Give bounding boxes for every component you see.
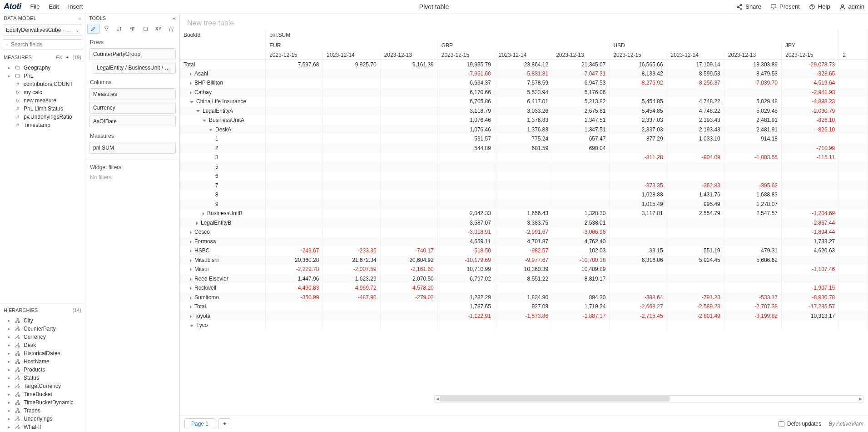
date-hdr[interactable]: 2023-12-14 [667,50,724,60]
cell[interactable]: 20,604.92 [380,256,437,265]
cell[interactable]: 2,675.81 [552,106,610,116]
cell[interactable]: 2,042.33 [437,209,495,218]
cell[interactable]: 877.29 [610,134,667,144]
cell[interactable] [724,88,781,97]
tool-sort[interactable] [113,24,126,34]
row-header[interactable]: 8 [180,190,266,200]
row-header[interactable]: Asahi [180,69,266,79]
cell[interactable] [266,171,323,181]
cell[interactable]: 1,834.90 [495,293,552,302]
row-header[interactable]: Tyco [180,321,266,330]
tool-xy[interactable]: XY [152,24,165,34]
row-header[interactable]: BusinessUnitB [180,209,266,218]
cell[interactable] [724,237,781,246]
cell[interactable] [495,153,552,162]
cell[interactable] [724,218,781,228]
cell[interactable] [552,283,610,293]
cell[interactable] [610,237,667,246]
cell[interactable] [323,171,380,181]
cell[interactable] [380,69,437,79]
menu-insert[interactable]: Insert [68,3,83,10]
cell[interactable]: 894.30 [552,293,610,302]
cell[interactable]: 1,376.83 [495,125,552,135]
defer-updates[interactable]: Defer updates [779,421,821,427]
row-header[interactable]: HSBC [180,246,266,256]
cell[interactable] [266,311,323,321]
cell[interactable]: -2,991.67 [495,227,552,237]
cell[interactable] [380,321,437,330]
cell[interactable]: -4,490.83 [266,283,323,293]
cube-selector[interactable]: EquityDerivativesCube - Ranch S... ⌄ [3,25,82,35]
cell[interactable]: 927.09 [495,302,552,311]
cell[interactable] [323,116,380,125]
row-header[interactable]: Reed Elsevier [180,274,266,284]
cell[interactable]: -2,030.79 [781,106,838,116]
cell[interactable] [610,88,667,97]
cell[interactable]: -2,867.44 [781,218,838,228]
cell[interactable] [610,162,667,172]
cell[interactable]: -1,907.15 [781,283,838,293]
currency-hdr[interactable]: EUR [266,41,438,50]
fx-btn[interactable]: fx [56,55,62,60]
cell[interactable] [323,69,380,79]
cell[interactable] [323,321,380,330]
cell[interactable] [323,181,380,191]
cell[interactable] [323,237,380,246]
collapse-tools-icon[interactable]: « [173,15,176,21]
currency-hdr[interactable]: GBP [437,41,610,50]
hierarchy-item[interactable]: ▸City [0,316,85,325]
expand-icon[interactable] [196,221,198,225]
cell[interactable]: 1,656.43 [495,209,552,218]
cell[interactable]: -1,887.17 [552,311,610,321]
cell[interactable] [266,69,323,79]
cell[interactable] [380,171,437,181]
row-header[interactable]: BHP Billiton [180,78,266,88]
cell[interactable] [724,265,781,274]
collapse-icon[interactable] [196,110,200,112]
row-header[interactable]: Rockwell [180,283,266,293]
cell[interactable] [266,97,323,106]
present-button[interactable]: Present [770,3,800,10]
cell[interactable] [667,274,724,284]
tool-edit[interactable] [87,24,100,34]
cell[interactable]: 5,176.06 [552,88,610,97]
measure-item[interactable]: #PnL Limit Status [0,105,85,113]
hierarchy-item[interactable]: ▸TimeBucket [0,390,85,398]
cell[interactable]: 17,109.14 [667,60,724,69]
cell[interactable]: 2,481.91 [724,116,781,125]
cell[interactable]: 1,076.46 [437,116,495,125]
cell[interactable] [323,144,380,153]
cell[interactable] [724,274,781,284]
cell[interactable] [437,153,495,162]
collapse-icon[interactable] [190,101,193,103]
cell[interactable]: 1,376.83 [495,116,552,125]
measure-item[interactable]: #pv.UnderlyingsRatio [0,113,85,121]
cell[interactable]: 2,554.79 [667,209,724,218]
cell[interactable] [323,200,380,209]
cell[interactable] [781,181,838,191]
cell[interactable]: 5,533.94 [495,88,552,97]
cell[interactable] [724,162,781,172]
cell[interactable] [781,256,838,265]
cell[interactable]: 6,947.53 [552,78,610,88]
cell[interactable] [380,162,437,172]
cell[interactable]: 5,029.48 [724,97,781,106]
cell[interactable] [495,181,552,191]
cell[interactable]: -9,977.67 [495,256,552,265]
cell[interactable] [724,321,781,330]
cell[interactable] [781,321,838,330]
cell[interactable] [266,116,323,125]
cell[interactable]: 21,345.07 [552,60,610,69]
date-hdr[interactable]: 2023-12-14 [495,50,552,60]
date-hdr[interactable]: 2023-12-13 [380,50,437,60]
cell[interactable] [724,144,781,153]
cell[interactable]: 3,383.75 [495,218,552,228]
expand-icon[interactable] [190,81,192,85]
menu-edit[interactable]: Edit [49,3,59,10]
cell[interactable]: 10,360.39 [495,265,552,274]
row-header[interactable]: 7 [180,181,266,191]
cell[interactable]: 6,316.06 [610,256,667,265]
cell[interactable] [380,190,437,200]
user-button[interactable]: admin [839,3,864,10]
cell[interactable] [323,134,380,144]
